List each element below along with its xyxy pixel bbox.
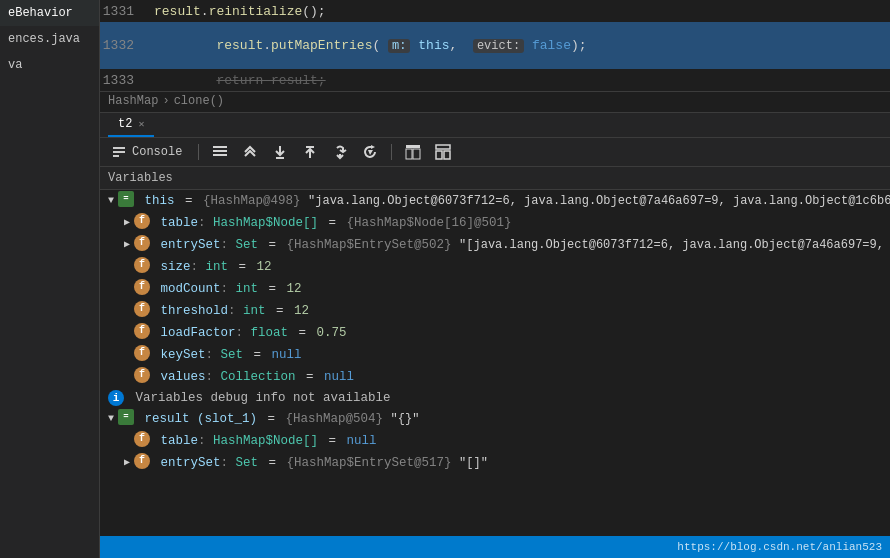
var-row-result-table: f table : HashMap$Node[] = null bbox=[100, 430, 890, 452]
var-name-size: size bbox=[153, 257, 191, 277]
var-type-keyset: Set bbox=[213, 345, 243, 365]
var-icon-result-table: f bbox=[134, 431, 150, 447]
variables-header: Variables bbox=[100, 167, 890, 190]
toolbar-btn-table[interactable] bbox=[402, 141, 424, 163]
svg-rect-1 bbox=[113, 151, 125, 153]
sidebar-item-va[interactable]: va bbox=[0, 52, 99, 78]
var-eq-size: = bbox=[231, 257, 254, 277]
debug-info-text: Variables debug info not available bbox=[128, 391, 391, 405]
var-ref-table: {HashMap$Node[16]@501} bbox=[347, 213, 512, 233]
line-number-1332: 1332 bbox=[100, 38, 150, 53]
var-type-threshold: int bbox=[236, 301, 266, 321]
debug-tab-close[interactable]: ✕ bbox=[138, 118, 144, 130]
toolbar-console-icon bbox=[108, 141, 130, 163]
toolbar-btn-step-into[interactable] bbox=[269, 141, 291, 163]
svg-rect-13 bbox=[444, 151, 450, 159]
toolbar-btn-restore[interactable] bbox=[239, 141, 261, 163]
var-icon-table: f bbox=[134, 213, 150, 229]
var-eq-result: = bbox=[260, 409, 283, 429]
var-icon-entryset: f bbox=[134, 235, 150, 251]
svg-rect-6 bbox=[276, 157, 284, 159]
var-ref-result: {HashMap@504} bbox=[286, 409, 391, 429]
code-line-1332: 1332 result.putMapEntries( m: this, evic… bbox=[100, 22, 890, 69]
svg-rect-4 bbox=[213, 150, 227, 152]
var-eq-loadfactor: = bbox=[291, 323, 314, 343]
var-name-keyset: keySet bbox=[153, 345, 206, 365]
status-url: https://blog.csdn.net/anlian523 bbox=[677, 541, 882, 553]
sidebar-item-ebehavior[interactable]: eBehavior bbox=[0, 0, 99, 26]
breadcrumb-bar: HashMap › clone() bbox=[100, 92, 890, 113]
code-line-1331: 1331 result.reinitialize(); bbox=[100, 0, 890, 22]
code-content-1332: result.putMapEntries( m: this, evict: fa… bbox=[150, 23, 890, 68]
svg-rect-11 bbox=[436, 145, 450, 149]
sidebar-item-ences[interactable]: ences.java bbox=[0, 26, 99, 52]
var-row-size: f size : int = 12 bbox=[100, 256, 890, 278]
svg-rect-10 bbox=[413, 149, 420, 159]
toolbar-btn-layout[interactable] bbox=[432, 141, 454, 163]
var-icon-loadfactor: f bbox=[134, 323, 150, 339]
var-type-table: HashMap$Node[] bbox=[206, 213, 319, 233]
var-value-size: 12 bbox=[257, 257, 272, 277]
var-icon-this: = bbox=[118, 191, 134, 207]
svg-rect-7 bbox=[306, 146, 314, 148]
toolbar-console-section: Console bbox=[108, 141, 188, 163]
debug-tab-t2[interactable]: t2 ✕ bbox=[108, 113, 154, 137]
var-name-table: table bbox=[153, 213, 198, 233]
var-row-keyset: f keySet : Set = null bbox=[100, 344, 890, 366]
var-row-values: f values : Collection = null bbox=[100, 366, 890, 388]
toolbar-btn-step-over[interactable] bbox=[329, 141, 351, 163]
debug-info-row: i Variables debug info not available bbox=[100, 388, 890, 408]
debug-tab-label: t2 bbox=[118, 117, 132, 131]
status-bar: https://blog.csdn.net/anlian523 bbox=[100, 536, 890, 558]
var-icon-result: = bbox=[118, 409, 134, 425]
var-type-result-entryset: Set bbox=[228, 453, 258, 473]
var-icon-threshold: f bbox=[134, 301, 150, 317]
toolbar-separator-2 bbox=[391, 144, 392, 160]
toolbar-btn-expand[interactable] bbox=[209, 141, 231, 163]
toolbar-separator-1 bbox=[198, 144, 199, 160]
var-row-this: ▼ = this = {HashMap@498} "java.lang.Obje… bbox=[100, 190, 890, 212]
var-arrow-result[interactable]: ▼ bbox=[104, 409, 118, 429]
svg-rect-2 bbox=[113, 155, 119, 157]
var-arrow-this[interactable]: ▼ bbox=[104, 191, 118, 211]
toolbar-btn-step-out[interactable] bbox=[299, 141, 321, 163]
var-value-entryset: "[java.lang.Object@6073f712=6, java.lang… bbox=[459, 235, 890, 255]
code-editor: 1331 result.reinitialize(); 1332 result.… bbox=[100, 0, 890, 92]
svg-rect-3 bbox=[213, 146, 227, 148]
var-row-result-entryset: ▶ f entrySet : Set = {HashMap$EntrySet@5… bbox=[100, 452, 890, 474]
var-eq-modcount: = bbox=[261, 279, 284, 299]
line-number-1333: 1333 bbox=[100, 73, 150, 88]
var-arrow-result-entryset[interactable]: ▶ bbox=[120, 453, 134, 473]
var-eq-result-table: = bbox=[321, 431, 344, 451]
var-eq-table: = bbox=[321, 213, 344, 233]
var-value-keyset: null bbox=[272, 345, 302, 365]
var-eq-threshold: = bbox=[269, 301, 292, 321]
svg-rect-8 bbox=[406, 145, 420, 148]
var-row-threshold: f threshold : int = 12 bbox=[100, 300, 890, 322]
var-arrow-table[interactable]: ▶ bbox=[120, 213, 134, 233]
var-name-threshold: threshold bbox=[153, 301, 228, 321]
var-name-result-table: table bbox=[153, 431, 198, 451]
var-name-loadfactor: loadFactor bbox=[153, 323, 236, 343]
var-eq-entryset: = bbox=[261, 235, 284, 255]
var-ref-entryset: {HashMap$EntrySet@502} bbox=[287, 235, 460, 255]
breadcrumb-class: HashMap bbox=[108, 94, 158, 108]
var-icon-result-entryset: f bbox=[134, 453, 150, 469]
var-row-table: ▶ f table : HashMap$Node[] = {HashMap$No… bbox=[100, 212, 890, 234]
breadcrumb-separator: › bbox=[162, 94, 169, 108]
var-row-entryset: ▶ f entrySet : Set = {HashMap$EntrySet@5… bbox=[100, 234, 890, 256]
var-value-result-table: null bbox=[347, 431, 377, 451]
toolbar-btn-rerun[interactable] bbox=[359, 141, 381, 163]
var-value-result: "{}" bbox=[391, 409, 420, 429]
var-value-loadfactor: 0.75 bbox=[317, 323, 347, 343]
var-icon-modcount: f bbox=[134, 279, 150, 295]
var-row-result: ▼ = result (slot_1) = {HashMap@504} "{}" bbox=[100, 408, 890, 430]
var-icon-size: f bbox=[134, 257, 150, 273]
var-value-values: null bbox=[324, 367, 354, 387]
var-arrow-entryset[interactable]: ▶ bbox=[120, 235, 134, 255]
svg-rect-9 bbox=[406, 149, 412, 159]
var-value-this: "java.lang.Object@6073f712=6, java.lang.… bbox=[308, 191, 890, 211]
var-icon-values: f bbox=[134, 367, 150, 383]
var-row-loadfactor: f loadFactor : float = 0.75 bbox=[100, 322, 890, 344]
var-ref-result-entryset: {HashMap$EntrySet@517} bbox=[287, 453, 460, 473]
